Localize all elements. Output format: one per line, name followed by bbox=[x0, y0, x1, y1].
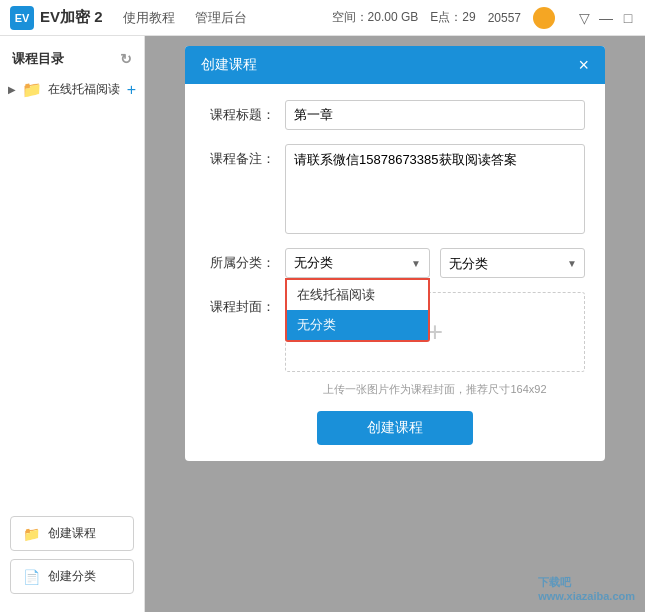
category-second-select[interactable]: 无分类 bbox=[440, 248, 585, 278]
submit-button[interactable]: 创建课程 bbox=[317, 411, 473, 445]
modal-overlay: 创建课程 × 课程标题： 课程备注： 请联系微信15878673385获取阅读答… bbox=[145, 36, 645, 612]
score-value: 20557 bbox=[488, 11, 521, 25]
sidebar: 课程目录 ↻ ▶ 📁 在线托福阅读 + 📁 创建课程 📄 创建分类 bbox=[0, 36, 145, 612]
submit-row: 创建课程 bbox=[205, 411, 585, 445]
modal-header: 创建课程 × bbox=[185, 46, 605, 84]
close-icon[interactable]: × bbox=[578, 56, 589, 74]
storage-info: 空间：20.00 GB bbox=[332, 9, 419, 26]
sidebar-bottom: 📁 创建课程 📄 创建分类 bbox=[0, 506, 144, 604]
subject-label: 课程标题： bbox=[205, 100, 275, 124]
points-info: E点：29 bbox=[430, 9, 475, 26]
titlebar-right: 空间：20.00 GB E点：29 20557 ▽ — □ bbox=[332, 7, 635, 29]
dropdown-item-none[interactable]: 无分类 bbox=[287, 310, 428, 340]
minimize-icon[interactable]: — bbox=[599, 11, 613, 25]
subject-input[interactable] bbox=[285, 100, 585, 130]
category-dropdown: 无分类 在线托福阅读 无分类 bbox=[285, 248, 430, 278]
category-dropdown-trigger[interactable]: 无分类 bbox=[285, 248, 430, 278]
category-label: 所属分类： bbox=[205, 254, 275, 272]
notes-row: 课程备注： 请联系微信15878673385获取阅读答案 bbox=[205, 144, 585, 234]
nav-admin[interactable]: 管理后台 bbox=[195, 9, 247, 27]
download-icon[interactable]: ▽ bbox=[577, 11, 591, 25]
subject-row: 课程标题： bbox=[205, 100, 585, 130]
app-title: EV加密 2 bbox=[40, 8, 103, 27]
category-row: 所属分类： 无分类 在线托福阅读 无分类 无 bbox=[205, 248, 585, 278]
add-icon[interactable]: + bbox=[127, 81, 136, 99]
main-layout: 课程目录 ↻ ▶ 📁 在线托福阅读 + 📁 创建课程 📄 创建分类 bbox=[0, 36, 645, 612]
folder-icon: 📁 bbox=[22, 80, 42, 99]
window-controls: ▽ — □ bbox=[577, 11, 635, 25]
category-dropdown-list: 在线托福阅读 无分类 bbox=[285, 278, 430, 342]
watermark: 下载吧 www.xiazaiba.com bbox=[538, 575, 635, 602]
create-category-button[interactable]: 📄 创建分类 bbox=[10, 559, 134, 594]
create-category-label: 创建分类 bbox=[48, 568, 96, 585]
folder-name: 在线托福阅读 bbox=[48, 81, 121, 98]
create-course-button[interactable]: 📁 创建课程 bbox=[10, 516, 134, 551]
create-course-modal: 创建课程 × 课程标题： 课程备注： 请联系微信15878673385获取阅读答… bbox=[185, 46, 605, 461]
chevron-right-icon: ▶ bbox=[8, 84, 16, 95]
titlebar: EV EV加密 2 使用教程 管理后台 空间：20.00 GB E点：29 20… bbox=[0, 0, 645, 36]
maximize-icon[interactable]: □ bbox=[621, 11, 635, 25]
avatar bbox=[533, 7, 555, 29]
cover-hint: 上传一张图片作为课程封面，推荐尺寸164x92 bbox=[285, 382, 585, 397]
sidebar-header: 课程目录 ↻ bbox=[0, 44, 144, 74]
dropdown-value: 无分类 bbox=[294, 254, 333, 272]
modal-title: 创建课程 bbox=[201, 56, 257, 74]
watermark-line2: www.xiazaiba.com bbox=[538, 590, 635, 602]
refresh-icon[interactable]: ↻ bbox=[120, 51, 132, 67]
sidebar-title: 课程目录 bbox=[12, 50, 64, 68]
watermark-line1: 下载吧 bbox=[538, 575, 635, 590]
content-area: 创建课程 × 课程标题： 课程备注： 请联系微信15878673385获取阅读答… bbox=[145, 36, 645, 612]
sidebar-folder-item[interactable]: ▶ 📁 在线托福阅读 + bbox=[0, 74, 144, 105]
category-second-select-wrapper: 无分类 bbox=[440, 248, 585, 278]
create-course-label: 创建课程 bbox=[48, 525, 96, 542]
notes-textarea[interactable]: 请联系微信15878673385获取阅读答案 bbox=[285, 144, 585, 234]
titlebar-nav: 使用教程 管理后台 bbox=[123, 9, 247, 27]
app-logo: EV EV加密 2 bbox=[10, 6, 103, 30]
modal-body: 课程标题： 课程备注： 请联系微信15878673385获取阅读答案 所属分类： bbox=[185, 84, 605, 461]
logo-icon: EV bbox=[10, 6, 34, 30]
category-icon: 📄 bbox=[23, 569, 40, 585]
notes-label: 课程备注： bbox=[205, 144, 275, 168]
cover-label: 课程封面： bbox=[205, 292, 275, 316]
nav-tutorial[interactable]: 使用教程 bbox=[123, 9, 175, 27]
dropdown-item-online[interactable]: 在线托福阅读 bbox=[287, 280, 428, 310]
folder-add-icon: 📁 bbox=[23, 526, 40, 542]
